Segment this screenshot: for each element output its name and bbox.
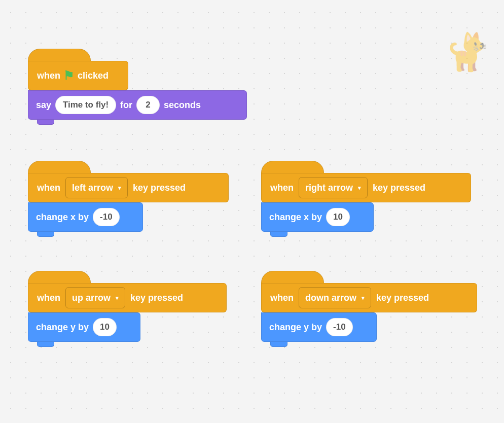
block-change-x-right[interactable]: change x by 10: [261, 202, 374, 232]
label-change-y: change y by: [269, 322, 322, 333]
label-change-x: change x by: [36, 212, 89, 223]
dropdown-key-down[interactable]: down arrow ▾: [299, 287, 371, 308]
block-change-y-down[interactable]: change y by -10: [261, 312, 377, 342]
script-left: when left arrow ▾ key pressed change x b…: [28, 173, 229, 232]
label-key-pressed: key pressed: [373, 183, 425, 193]
label-key-pressed: key pressed: [130, 293, 183, 303]
chevron-down-icon: ▾: [362, 295, 365, 301]
dropdown-key-left[interactable]: left arrow ▾: [65, 177, 128, 198]
dropdown-key-right-label: right arrow: [305, 183, 353, 193]
block-change-x-left[interactable]: change x by -10: [28, 202, 143, 232]
green-flag-icon: ⚑: [63, 69, 75, 82]
label-for: for: [120, 100, 132, 111]
input-change-x-left[interactable]: -10: [93, 208, 120, 226]
chevron-down-icon: ▾: [358, 185, 361, 191]
label-say: say: [36, 100, 51, 111]
dropdown-key-down-label: down arrow: [305, 293, 356, 303]
input-say-text[interactable]: Time to fly!: [55, 96, 116, 114]
hat-when-key-right[interactable]: when right arrow ▾ key pressed: [261, 173, 471, 202]
label-seconds: seconds: [164, 100, 201, 111]
label-change-y: change y by: [36, 322, 89, 333]
label-when: when: [37, 70, 60, 81]
label-clicked: clicked: [78, 70, 109, 81]
chevron-down-icon: ▾: [116, 295, 119, 301]
block-change-y-up[interactable]: change y by 10: [28, 312, 140, 342]
input-change-y-up[interactable]: 10: [93, 318, 117, 336]
script-right: when right arrow ▾ key pressed change x …: [261, 173, 471, 232]
label-when: when: [270, 293, 294, 303]
hat-when-flag-clicked[interactable]: when ⚑ clicked: [28, 61, 128, 90]
block-say-for-seconds[interactable]: say Time to fly! for 2 seconds: [28, 90, 247, 120]
script-down: when down arrow ▾ key pressed change y b…: [261, 283, 477, 342]
label-key-pressed: key pressed: [376, 293, 429, 303]
scratch-cat-icon: 🐈: [445, 30, 491, 74]
script-flag: when ⚑ clicked say Time to fly! for 2 se…: [28, 61, 247, 120]
label-when: when: [37, 183, 60, 193]
input-change-x-right[interactable]: 10: [326, 208, 350, 226]
dropdown-key-left-label: left arrow: [72, 183, 113, 193]
hat-when-key-left[interactable]: when left arrow ▾ key pressed: [28, 173, 229, 202]
label-when: when: [270, 183, 294, 193]
dropdown-key-up[interactable]: up arrow ▾: [65, 287, 125, 308]
dropdown-key-up-label: up arrow: [72, 293, 111, 303]
hat-when-key-up[interactable]: when up arrow ▾ key pressed: [28, 283, 227, 312]
input-say-seconds[interactable]: 2: [136, 96, 160, 114]
hat-when-key-down[interactable]: when down arrow ▾ key pressed: [261, 283, 477, 312]
label-when: when: [37, 293, 60, 303]
label-change-x: change x by: [269, 212, 322, 223]
input-change-y-down[interactable]: -10: [326, 318, 353, 336]
chevron-down-icon: ▾: [118, 185, 121, 191]
dropdown-key-right[interactable]: right arrow ▾: [299, 177, 368, 198]
script-up: when up arrow ▾ key pressed change y by …: [28, 283, 227, 342]
label-key-pressed: key pressed: [133, 183, 186, 193]
